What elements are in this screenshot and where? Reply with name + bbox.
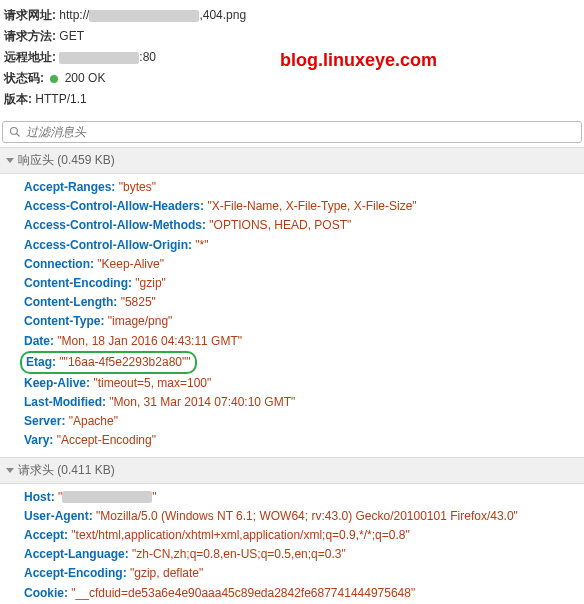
method-label: 请求方法: [4, 29, 56, 43]
version-label: 版本: [4, 92, 32, 106]
header-line: Content-Type: "image/png" [20, 312, 584, 331]
url-label: 请求网址: [4, 8, 56, 22]
header-key: Date [24, 334, 50, 348]
header-line: Cookie: "__cfduid=de53a6e4e90aaa45c89eda… [20, 584, 584, 603]
search-icon [9, 126, 21, 138]
header-value: "image/png" [108, 314, 173, 328]
header-line: Last-Modified: "Mon, 31 Mar 2014 07:40:1… [20, 393, 584, 412]
header-key: Accept-Ranges [24, 180, 111, 194]
header-line: Etag: ""16aa-4f5e2293b2a80"" [20, 351, 584, 374]
header-line: Access-Control-Allow-Origin: "*" [20, 236, 584, 255]
svg-point-0 [11, 128, 18, 135]
redacted-ip [59, 52, 139, 64]
redacted-host [89, 10, 199, 22]
remote-port: :80 [139, 50, 156, 64]
filter-headers-box[interactable] [2, 121, 582, 143]
request-section-title: 请求头 (0.411 KB) [18, 463, 115, 477]
watermark-text: blog.linuxeye.com [280, 50, 437, 71]
header-key: User-Agent [24, 509, 89, 523]
header-line: User-Agent: "Mozilla/5.0 (Windows NT 6.1… [20, 507, 584, 526]
header-value: "__cfduid=de53a6e4e90aaa45c89eda2842fe68… [71, 586, 415, 600]
header-key: Content-Encoding [24, 276, 128, 290]
header-value: "Mon, 18 Jan 2016 04:43:11 GMT" [57, 334, 242, 348]
header-key: Accept-Encoding [24, 566, 123, 580]
header-key: Vary [24, 433, 49, 447]
header-value: "Accept-Encoding" [57, 433, 156, 447]
response-headers-toggle[interactable]: 响应头 (0.459 KB) [0, 147, 584, 174]
response-headers-list: Accept-Ranges: "bytes"Access-Control-All… [0, 174, 584, 457]
version-value: HTTP/1.1 [35, 92, 86, 106]
header-line: Date: "Mon, 18 Jan 2016 04:43:11 GMT" [20, 332, 584, 351]
header-value: "5825" [121, 295, 156, 309]
header-line: Access-Control-Allow-Headers: "X-File-Na… [20, 197, 584, 216]
status-code-row: 状态码: 200 OK [4, 69, 580, 87]
header-value: "text/html,application/xhtml+xml,applica… [71, 528, 409, 542]
header-value: "Keep-Alive" [97, 257, 164, 271]
header-value: "gzip" [135, 276, 166, 290]
svg-line-1 [17, 134, 20, 137]
header-value: ""16aa-4f5e2293b2a80"" [59, 355, 190, 369]
header-line: Server: "Apache" [20, 412, 584, 431]
header-value: "timeout=5, max=100" [93, 376, 211, 390]
version-row: 版本: HTTP/1.1 [4, 90, 580, 108]
header-line: Host: "" [20, 488, 584, 507]
header-key: Accept [24, 528, 64, 542]
method-value: GET [59, 29, 84, 43]
request-url-row: 请求网址: http://,404.png [4, 6, 580, 24]
header-line: Connection: "Keep-Alive" [20, 255, 584, 274]
header-value: "Apache" [69, 414, 118, 428]
header-value: "zh-CN,zh;q=0.8,en-US;q=0.5,en;q=0.3" [132, 547, 346, 561]
header-line: Content-Encoding: "gzip" [20, 274, 584, 293]
header-key: Cookie [24, 586, 64, 600]
header-line: Access-Control-Allow-Methods: "OPTIONS, … [20, 216, 584, 235]
header-key: Last-Modified [24, 395, 102, 409]
remote-label: 远程地址: [4, 50, 56, 64]
status-value: 200 OK [65, 71, 106, 85]
header-value: "OPTIONS, HEAD, POST" [209, 218, 351, 232]
header-key: Accept-Language [24, 547, 125, 561]
header-line: Accept: "text/html,application/xhtml+xml… [20, 526, 584, 545]
header-value: "Mon, 31 Mar 2014 07:40:10 GMT" [109, 395, 295, 409]
status-label: 状态码: [4, 71, 44, 85]
header-line: Vary: "Accept-Encoding" [20, 431, 584, 450]
header-value: "X-File-Name, X-File-Type, X-File-Size" [207, 199, 416, 213]
chevron-down-icon [6, 468, 14, 473]
header-value: "bytes" [119, 180, 156, 194]
header-line: Accept-Encoding: "gzip, deflate" [20, 564, 584, 583]
header-line: Content-Length: "5825" [20, 293, 584, 312]
header-key: Access-Control-Allow-Methods [24, 218, 202, 232]
header-key: Connection [24, 257, 90, 271]
status-dot-icon [50, 75, 58, 83]
header-key: Content-Length [24, 295, 113, 309]
header-key: Access-Control-Allow-Headers [24, 199, 200, 213]
header-line: Accept-Language: "zh-CN,zh;q=0.8,en-US;q… [20, 545, 584, 564]
redacted-value [62, 491, 152, 503]
request-headers-list: Host: ""User-Agent: "Mozilla/5.0 (Window… [0, 484, 584, 604]
url-suffix: ,404.png [199, 8, 246, 22]
header-key: Content-Type [24, 314, 100, 328]
header-key: Server [24, 414, 61, 428]
url-prefix: http:// [59, 8, 89, 22]
header-key: Keep-Alive [24, 376, 86, 390]
chevron-down-icon [6, 158, 14, 163]
request-headers-toggle[interactable]: 请求头 (0.411 KB) [0, 457, 584, 484]
header-line: Keep-Alive: "timeout=5, max=100" [20, 374, 584, 393]
header-value: "*" [195, 238, 208, 252]
request-method-row: 请求方法: GET [4, 27, 580, 45]
filter-input[interactable] [26, 125, 575, 139]
header-key: Etag [26, 355, 52, 369]
header-key: Access-Control-Allow-Origin [24, 238, 188, 252]
response-section-title: 响应头 (0.459 KB) [18, 153, 115, 167]
header-line: Accept-Ranges: "bytes" [20, 178, 584, 197]
header-value: "gzip, deflate" [130, 566, 203, 580]
header-value: "Mozilla/5.0 (Windows NT 6.1; WOW64; rv:… [96, 509, 518, 523]
header-key: Host [24, 490, 51, 504]
